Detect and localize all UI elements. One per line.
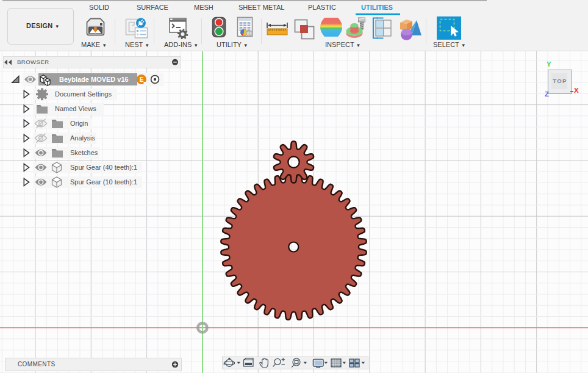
svg-text:E: E (140, 76, 144, 83)
